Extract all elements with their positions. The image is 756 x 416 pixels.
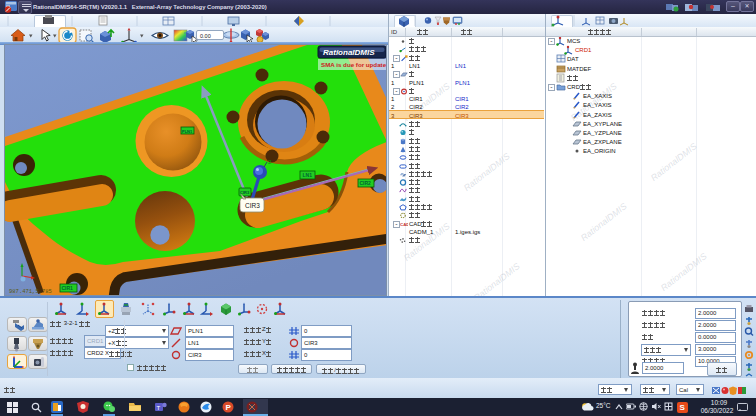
svg-text:CIR1: CIR1 — [62, 285, 74, 291]
svg-text:T: T — [157, 405, 161, 411]
svg-text:P: P — [226, 403, 232, 412]
svg-text:LN1: LN1 — [303, 172, 313, 178]
svg-text:RationalDMIS: RationalDMIS — [323, 48, 375, 57]
svg-text:987.471,5.785: 987.471,5.785 — [9, 288, 52, 295]
svg-text:CIR3: CIR3 — [245, 202, 260, 209]
svg-text:CAD: CAD — [400, 223, 408, 228]
svg-text:PLN1: PLN1 — [182, 129, 193, 134]
svg-text:SMA is due for update: SMA is due for update — [321, 61, 386, 68]
svg-text:CIR2: CIR2 — [360, 180, 372, 186]
